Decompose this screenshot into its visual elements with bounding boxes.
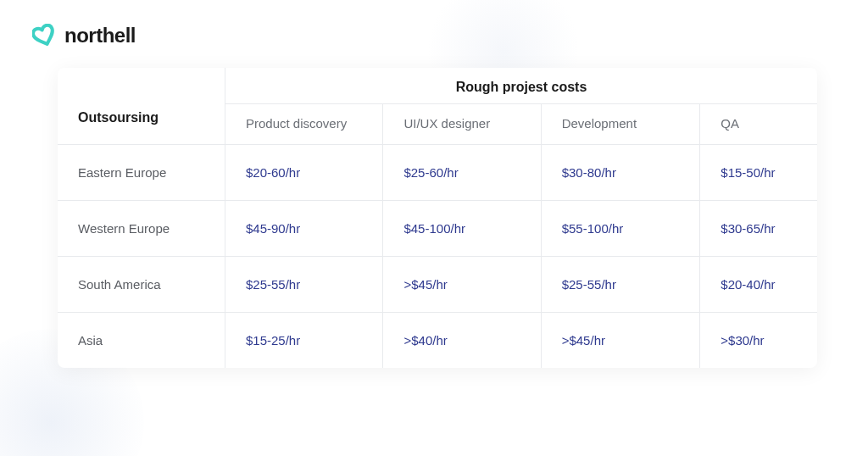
price-cell: $15-25/hr	[225, 313, 382, 369]
row-label: Eastern Europe	[58, 145, 225, 201]
row-label: Western Europe	[58, 201, 225, 257]
price-cell: $45-90/hr	[225, 201, 382, 257]
brand-logo-icon	[32, 24, 56, 47]
row-dimension-label: Outsoursing	[58, 68, 225, 145]
row-label: South America	[58, 257, 225, 313]
column-header: Product discovery	[225, 104, 382, 145]
price-cell: >$45/hr	[541, 313, 700, 369]
price-cell: $20-40/hr	[700, 257, 817, 313]
brand-logo: northell	[32, 24, 136, 47]
table-row: Western Europe $45-90/hr $45-100/hr $55-…	[58, 201, 817, 257]
price-cell: $25-55/hr	[541, 257, 700, 313]
price-cell: $25-60/hr	[383, 145, 541, 201]
price-cell: >$40/hr	[383, 313, 541, 369]
column-header: Development	[541, 104, 700, 145]
table-row: Eastern Europe $20-60/hr $25-60/hr $30-8…	[58, 145, 817, 201]
table-row: South America $25-55/hr >$45/hr $25-55/h…	[58, 257, 817, 313]
pricing-table: Outsoursing Rough projest costs Product …	[58, 68, 817, 368]
price-cell: $55-100/hr	[541, 201, 700, 257]
column-header: QA	[700, 104, 817, 145]
price-cell: $30-80/hr	[541, 145, 700, 201]
price-cell: $30-65/hr	[700, 201, 817, 257]
table-row: Asia $15-25/hr >$40/hr >$45/hr >$30/hr	[58, 313, 817, 369]
row-label: Asia	[58, 313, 225, 369]
price-cell: $20-60/hr	[225, 145, 382, 201]
brand-name: northell	[64, 24, 136, 47]
pricing-card: Outsoursing Rough projest costs Product …	[58, 68, 817, 368]
price-cell: $45-100/hr	[383, 201, 541, 257]
price-cell: $25-55/hr	[225, 257, 382, 313]
price-cell: $15-50/hr	[700, 145, 817, 201]
price-cell: >$45/hr	[383, 257, 541, 313]
table-title: Rough projest costs	[225, 68, 817, 104]
price-cell: >$30/hr	[700, 313, 817, 369]
column-header: UI/UX designer	[383, 104, 541, 145]
